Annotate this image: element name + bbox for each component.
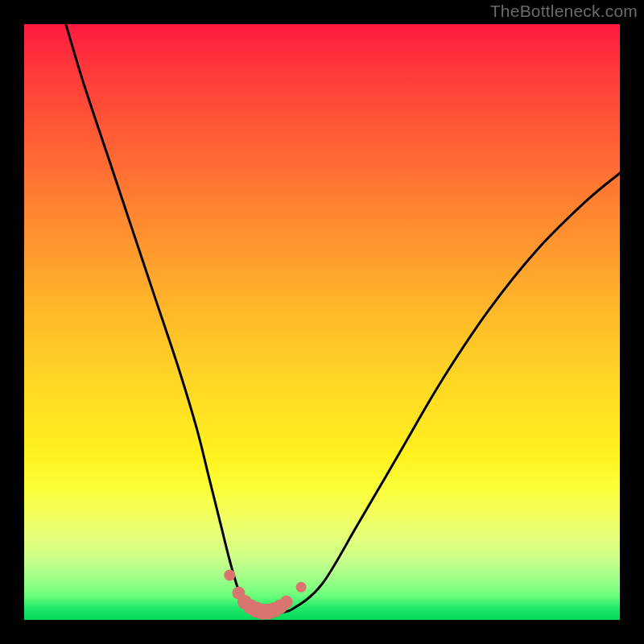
marker-dot bbox=[296, 582, 307, 592]
chart-svg bbox=[24, 24, 620, 620]
watermark-text: TheBottleneck.com bbox=[490, 2, 638, 21]
plot-area bbox=[24, 24, 620, 620]
outer-frame: TheBottleneck.com bbox=[0, 0, 644, 644]
highlight-markers bbox=[224, 570, 306, 620]
marker-dot bbox=[280, 596, 293, 609]
bottleneck-curve bbox=[66, 24, 620, 613]
marker-dot bbox=[224, 570, 235, 581]
